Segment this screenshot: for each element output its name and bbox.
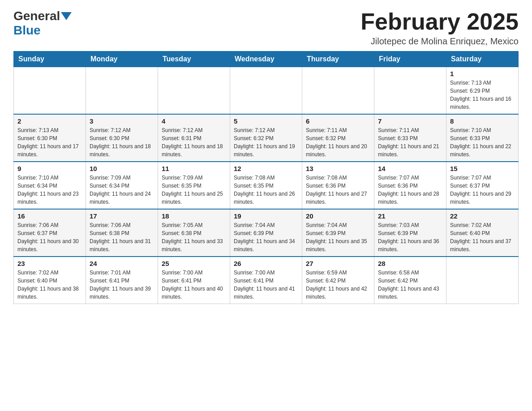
day-info-text: Daylight: 11 hours and 41 minutes. (234, 285, 298, 301)
day-info-text: Daylight: 11 hours and 23 minutes. (17, 190, 82, 206)
day-info-text: Daylight: 11 hours and 34 minutes. (234, 237, 298, 253)
day-info-text: Sunset: 6:42 PM (306, 277, 370, 285)
day-info-text: Sunrise: 7:11 AM (378, 126, 442, 134)
day-info-text: Daylight: 11 hours and 25 minutes. (162, 190, 226, 206)
day-number: 23 (17, 260, 82, 267)
day-number: 13 (306, 165, 370, 172)
table-row: 14Sunrise: 7:07 AMSunset: 6:36 PMDayligh… (374, 162, 446, 209)
day-number: 12 (234, 165, 298, 172)
day-info-text: Sunset: 6:41 PM (162, 277, 226, 285)
table-row: 12Sunrise: 7:08 AMSunset: 6:35 PMDayligh… (230, 162, 302, 209)
calendar-week-row: 16Sunrise: 7:06 AMSunset: 6:37 PMDayligh… (14, 209, 519, 257)
table-row: 22Sunrise: 7:02 AMSunset: 6:40 PMDayligh… (446, 209, 519, 257)
col-monday: Monday (86, 51, 158, 67)
day-info-text: Sunset: 6:37 PM (17, 229, 82, 237)
day-number: 19 (234, 212, 298, 220)
day-info-text: Sunrise: 7:10 AM (450, 126, 515, 134)
day-info-text: Daylight: 11 hours and 43 minutes. (378, 285, 442, 301)
day-info-text: Sunrise: 7:12 AM (162, 126, 226, 134)
day-info-text: Daylight: 11 hours and 29 minutes. (450, 190, 515, 206)
table-row: 16Sunrise: 7:06 AMSunset: 6:37 PMDayligh… (14, 209, 86, 257)
table-row: 7Sunrise: 7:11 AMSunset: 6:33 PMDaylight… (374, 114, 446, 162)
day-info-text: Daylight: 11 hours and 40 minutes. (162, 285, 226, 301)
day-info-text: Sunrise: 7:06 AM (90, 221, 154, 229)
day-info-text: Daylight: 11 hours and 36 minutes. (378, 237, 442, 253)
day-info-text: Sunset: 6:33 PM (378, 134, 442, 142)
day-info-text: Sunset: 6:39 PM (378, 229, 442, 237)
day-info-text: Daylight: 11 hours and 42 minutes. (306, 285, 370, 301)
logo: General Blue (13, 9, 73, 38)
table-row: 19Sunrise: 7:04 AMSunset: 6:39 PMDayligh… (230, 209, 302, 257)
day-number: 18 (162, 212, 226, 220)
day-info-text: Sunset: 6:36 PM (306, 182, 370, 190)
day-info-text: Sunset: 6:39 PM (234, 229, 298, 237)
day-info-text: Sunset: 6:29 PM (450, 87, 515, 95)
day-info-text: Sunrise: 7:09 AM (90, 174, 154, 182)
day-info-text: Sunrise: 7:07 AM (378, 174, 442, 182)
day-info-text: Sunrise: 7:04 AM (234, 221, 298, 229)
day-info-text: Daylight: 11 hours and 21 minutes. (378, 142, 442, 158)
table-row: 4Sunrise: 7:12 AMSunset: 6:31 PMDaylight… (158, 114, 230, 162)
day-info-text: Sunrise: 7:09 AM (162, 174, 226, 182)
calendar-table: Sunday Monday Tuesday Wednesday Thursday… (13, 51, 519, 304)
day-info-text: Sunrise: 7:12 AM (234, 126, 298, 134)
day-info-text: Sunset: 6:42 PM (378, 277, 442, 285)
day-info-text: Sunrise: 7:02 AM (450, 221, 515, 229)
day-number: 27 (306, 260, 370, 267)
day-info-text: Sunrise: 7:11 AM (306, 126, 370, 134)
day-info-text: Sunset: 6:35 PM (234, 182, 298, 190)
day-number: 26 (234, 260, 298, 267)
day-info-text: Sunset: 6:37 PM (450, 182, 515, 190)
day-info-text: Sunrise: 7:01 AM (90, 269, 154, 277)
day-info-text: Sunset: 6:33 PM (450, 134, 515, 142)
table-row: 15Sunrise: 7:07 AMSunset: 6:37 PMDayligh… (446, 162, 519, 209)
table-row (302, 67, 374, 115)
table-row: 28Sunrise: 6:58 AMSunset: 6:42 PMDayligh… (374, 257, 446, 304)
day-number: 15 (450, 165, 515, 172)
table-row: 6Sunrise: 7:11 AMSunset: 6:32 PMDaylight… (302, 114, 374, 162)
day-info-text: Sunset: 6:30 PM (17, 134, 82, 142)
day-info-text: Daylight: 11 hours and 20 minutes. (306, 142, 370, 158)
logo-triangle-icon (61, 12, 72, 20)
day-number: 21 (378, 212, 442, 220)
table-row: 3Sunrise: 7:12 AMSunset: 6:30 PMDaylight… (86, 114, 158, 162)
day-info-text: Daylight: 11 hours and 38 minutes. (17, 285, 82, 301)
table-row: 26Sunrise: 7:00 AMSunset: 6:41 PMDayligh… (230, 257, 302, 304)
day-info-text: Sunrise: 7:00 AM (234, 269, 298, 277)
day-number: 20 (306, 212, 370, 220)
day-number: 28 (378, 260, 442, 267)
day-number: 22 (450, 212, 515, 220)
day-number: 2 (17, 117, 82, 125)
day-info-text: Sunset: 6:39 PM (306, 229, 370, 237)
day-info-text: Daylight: 11 hours and 16 minutes. (450, 95, 515, 111)
calendar-header-row: Sunday Monday Tuesday Wednesday Thursday… (14, 51, 519, 67)
day-info-text: Sunrise: 7:13 AM (450, 79, 515, 87)
day-info-text: Daylight: 11 hours and 35 minutes. (306, 237, 370, 253)
day-info-text: Daylight: 11 hours and 30 minutes. (17, 237, 82, 253)
day-info-text: Sunset: 6:38 PM (90, 229, 154, 237)
day-info-text: Daylight: 11 hours and 22 minutes. (450, 142, 515, 158)
day-number: 11 (162, 165, 226, 172)
day-info-text: Sunrise: 7:07 AM (450, 174, 515, 182)
table-row: 5Sunrise: 7:12 AMSunset: 6:32 PMDaylight… (230, 114, 302, 162)
table-row: 17Sunrise: 7:06 AMSunset: 6:38 PMDayligh… (86, 209, 158, 257)
col-tuesday: Tuesday (158, 51, 230, 67)
day-info-text: Sunrise: 6:59 AM (306, 269, 370, 277)
day-info-text: Sunrise: 7:06 AM (17, 221, 82, 229)
logo-blue-text: Blue (13, 23, 41, 37)
day-info-text: Sunset: 6:40 PM (17, 277, 82, 285)
day-number: 5 (234, 117, 298, 125)
day-info-text: Daylight: 11 hours and 31 minutes. (90, 237, 154, 253)
day-info-text: Sunrise: 6:58 AM (378, 269, 442, 277)
table-row: 24Sunrise: 7:01 AMSunset: 6:41 PMDayligh… (86, 257, 158, 304)
day-info-text: Sunset: 6:38 PM (162, 229, 226, 237)
table-row: 11Sunrise: 7:09 AMSunset: 6:35 PMDayligh… (158, 162, 230, 209)
day-info-text: Sunset: 6:35 PM (162, 182, 226, 190)
col-sunday: Sunday (14, 51, 86, 67)
day-info-text: Sunset: 6:36 PM (378, 182, 442, 190)
day-info-text: Sunset: 6:32 PM (306, 134, 370, 142)
day-info-text: Daylight: 11 hours and 24 minutes. (90, 190, 154, 206)
col-thursday: Thursday (302, 51, 374, 67)
day-number: 10 (90, 165, 154, 172)
day-info-text: Sunrise: 7:08 AM (306, 174, 370, 182)
